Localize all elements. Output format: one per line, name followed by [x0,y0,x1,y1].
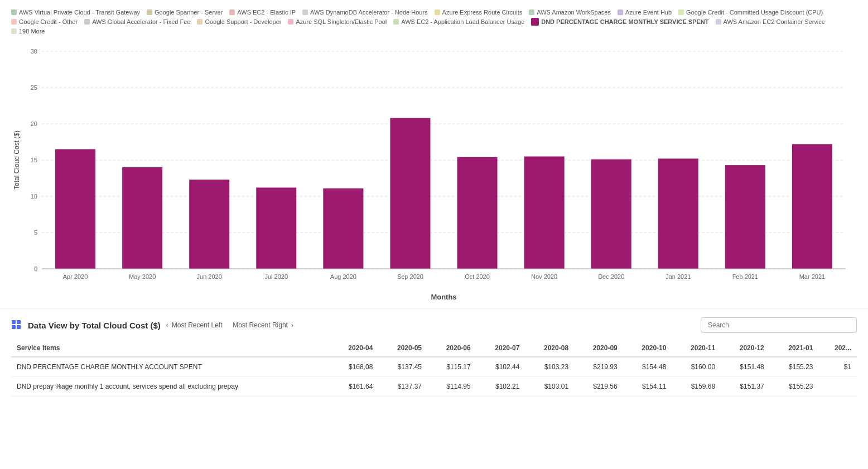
legend-color-dot [197,19,202,25]
money-cell: $155.23 [770,357,819,377]
legend-item: AWS EC2 - Elastic IP [229,9,296,16]
col-date-header: 2020-10 [623,340,672,357]
legend-label: Google Support - Developer [205,18,281,25]
legend-label: DND PERCENTAGE CHARGE MONTHLY SERVICE SP… [541,18,708,25]
svg-text:Apr 2020: Apr 2020 [63,273,88,280]
svg-text:Mar 2021: Mar 2021 [799,273,825,280]
svg-text:Jan 2021: Jan 2021 [666,273,691,280]
money-cell: $114.95 [427,377,476,397]
money-cell: $154.48 [623,357,672,377]
bar [457,157,498,269]
legend-item: Google Credit - Other [11,18,78,26]
svg-text:Nov 2020: Nov 2020 [531,273,557,280]
chart-section: AWS Virtual Private Cloud - Transit Gate… [0,0,868,308]
money-cell: $1 [818,357,857,377]
bar [792,144,832,269]
svg-text:Months: Months [431,293,456,301]
legend-color-dot [435,9,440,15]
chart-area: 051015202530Apr 2020May 2020Jun 2020Jul … [11,40,857,302]
bar [725,165,765,269]
money-cell: $159.68 [672,377,721,397]
legend-item: 198 More [11,28,45,35]
svg-text:30: 30 [31,48,37,55]
legend-item: Google Support - Developer [197,18,281,26]
legend-item: AWS Virtual Private Cloud - Transit Gate… [11,9,140,16]
money-cell: $115.17 [427,357,476,377]
search-input[interactable] [701,317,857,333]
legend-item: Google Spanner - Server [147,9,223,16]
chart-legend: AWS Virtual Private Cloud - Transit Gate… [11,9,857,35]
legend-color-dot [11,19,17,25]
legend-label: AWS Amazon EC2 Container Service [724,18,825,25]
legend-label: Azure Express Route Circuits [442,9,523,16]
grid-icon [11,320,22,331]
table-title-group: Data View by Total Cloud Cost ($) ‹ Most… [11,320,293,331]
legend-item: AWS Global Accelerator - Fixed Fee [84,18,190,26]
bar [122,167,162,269]
legend-color-dot [302,9,308,15]
legend-item: AWS EC2 - Application Load Balancer Usag… [393,18,524,26]
money-cell: $137.45 [378,357,427,377]
money-cell: $103.01 [525,377,574,397]
nav-controls: ‹ Most Recent Left Most Recent Right › [166,321,293,329]
nav-left-arrow[interactable]: ‹ [166,321,168,329]
svg-text:10: 10 [31,193,37,200]
col-date-header: 2020-06 [427,340,476,357]
svg-rect-29 [12,320,16,324]
bar [390,118,430,269]
bar [189,180,229,269]
bar [591,159,631,269]
bar-chart: 051015202530Apr 2020May 2020Jun 2020Jul … [11,40,857,302]
svg-text:25: 25 [31,84,37,91]
nav-left-label[interactable]: Most Recent Left [172,321,223,329]
svg-text:Total Cloud Cost ($): Total Cloud Cost ($) [13,130,21,190]
legend-label: AWS Virtual Private Cloud - Transit Gate… [19,9,140,16]
legend-color-dot [678,9,684,15]
svg-text:15: 15 [31,157,37,163]
nav-right-arrow[interactable]: › [291,321,293,329]
legend-color-dot [84,19,90,25]
svg-text:5: 5 [34,229,37,236]
service-item-cell: DND prepay %age monthly 1 account, servi… [11,377,330,397]
table-title: Data View by Total Cloud Cost ($) [28,321,161,330]
legend-label: Google Credit - Committed Usage Discount… [686,9,823,16]
money-cell: $161.64 [330,377,379,397]
col-date-header: 2020-05 [378,340,427,357]
legend-label: AWS Amazon WorkSpaces [537,9,611,16]
legend-color-dot [618,9,623,15]
legend-color-dot [531,18,539,26]
svg-text:Jun 2020: Jun 2020 [197,273,222,280]
col-service-header: Service Items [11,340,330,357]
svg-text:Aug 2020: Aug 2020 [330,273,356,280]
bar [658,158,698,269]
col-date-header: 2020-11 [672,340,721,357]
bar [323,188,363,269]
legend-color-dot [229,9,235,15]
legend-label: AWS DynamoDB Accelerator - Node Hours [310,9,428,16]
legend-item: Google Credit - Committed Usage Discount… [678,9,823,16]
legend-label: Google Credit - Other [19,18,78,25]
svg-rect-32 [17,325,21,329]
svg-text:Dec 2020: Dec 2020 [598,273,624,280]
table-header-row: Data View by Total Cloud Cost ($) ‹ Most… [11,317,857,333]
money-cell: $151.37 [721,377,770,397]
table-section: Data View by Total Cloud Cost ($) ‹ Most… [0,308,868,469]
legend-color-dot [147,9,152,15]
page-container: AWS Virtual Private Cloud - Transit Gate… [0,0,868,469]
money-cell: $219.93 [574,357,623,377]
svg-text:Feb 2021: Feb 2021 [732,273,758,280]
col-date-header: 2020-09 [574,340,623,357]
col-date-header: 202... [818,340,857,357]
nav-right-label[interactable]: Most Recent Right [233,321,288,329]
table-row: DND PERCENTAGE CHARGE MONTHLY ACCOUNT SP… [11,357,857,377]
money-cell: $168.08 [330,357,379,377]
col-date-header: 2020-12 [721,340,770,357]
money-cell: $137.37 [378,377,427,397]
legend-color-dot [393,19,399,25]
legend-label: AWS EC2 - Elastic IP [237,9,296,16]
legend-color-dot [11,9,17,15]
legend-item: DND PERCENTAGE CHARGE MONTHLY SERVICE SP… [531,18,708,26]
col-date-header: 2020-07 [476,340,525,357]
svg-text:May 2020: May 2020 [129,273,156,280]
money-cell: $160.00 [672,357,721,377]
